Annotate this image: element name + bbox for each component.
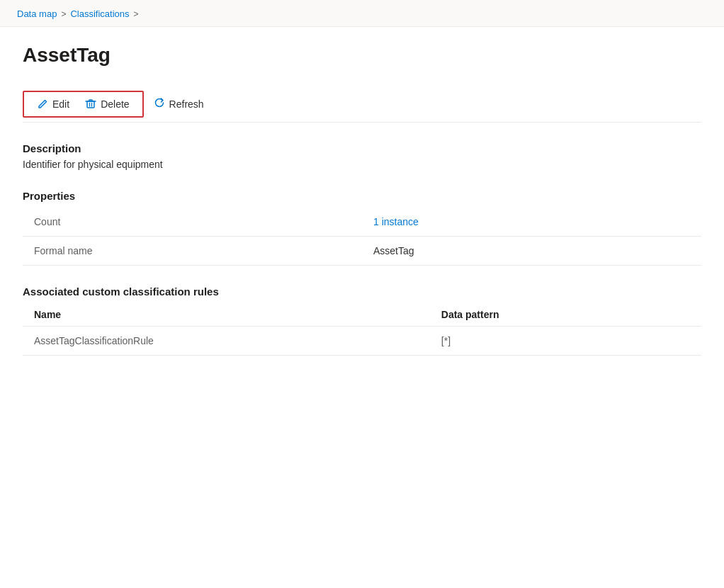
delete-button[interactable]: Delete [78,95,136,113]
properties-title: Properties [23,190,701,202]
breadcrumb-bar: Data map > Classifications > [0,0,724,27]
breadcrumb-data-map[interactable]: Data map [17,9,57,19]
count-value: 1 instance [362,208,701,237]
refresh-icon [154,97,165,111]
edit-icon [37,98,48,110]
toolbar-container: Edit Delete [23,86,701,123]
rule-pattern: [*] [430,327,701,356]
rules-section-title: Associated custom classification rules [23,285,701,298]
rules-col-pattern: Data pattern [430,303,701,327]
breadcrumb-classifications[interactable]: Classifications [70,9,129,19]
refresh-button[interactable]: Refresh [147,94,211,115]
description-title: Description [23,142,701,154]
description-section: Description Identifier for physical equi… [23,142,701,170]
svg-rect-0 [87,101,94,108]
breadcrumb-sep-1: > [61,9,66,19]
description-value: Identifier for physical equipment [23,159,701,170]
main-content: AssetTag Edit [0,27,724,373]
count-link[interactable]: 1 instance [373,216,419,227]
breadcrumb: Data map > Classifications > [17,9,707,19]
rule-name: AssetTagClassificationRule [23,327,430,356]
delete-label: Delete [101,98,129,110]
delete-icon [85,98,96,110]
edit-button[interactable]: Edit [30,95,77,113]
table-row: AssetTagClassificationRule [*] [23,327,701,356]
properties-table: Count 1 instance Formal name AssetTag [23,208,701,266]
formal-name-label: Formal name [23,237,362,266]
edit-label: Edit [52,98,69,110]
breadcrumb-sep-2: > [133,9,138,19]
table-row: Formal name AssetTag [23,237,701,266]
rules-col-name: Name [23,303,430,327]
refresh-label: Refresh [169,98,204,110]
rules-header-row: Name Data pattern [23,303,701,327]
count-label: Count [23,208,362,237]
page-title: AssetTag [23,44,701,75]
toolbar-group-edit-delete: Edit Delete [23,91,144,118]
formal-name-value: AssetTag [362,237,701,266]
rules-table: Name Data pattern AssetTagClassification… [23,303,701,356]
classification-rules-section: Associated custom classification rules N… [23,285,701,356]
table-row: Count 1 instance [23,208,701,237]
properties-section: Properties Count 1 instance Formal name … [23,190,701,266]
